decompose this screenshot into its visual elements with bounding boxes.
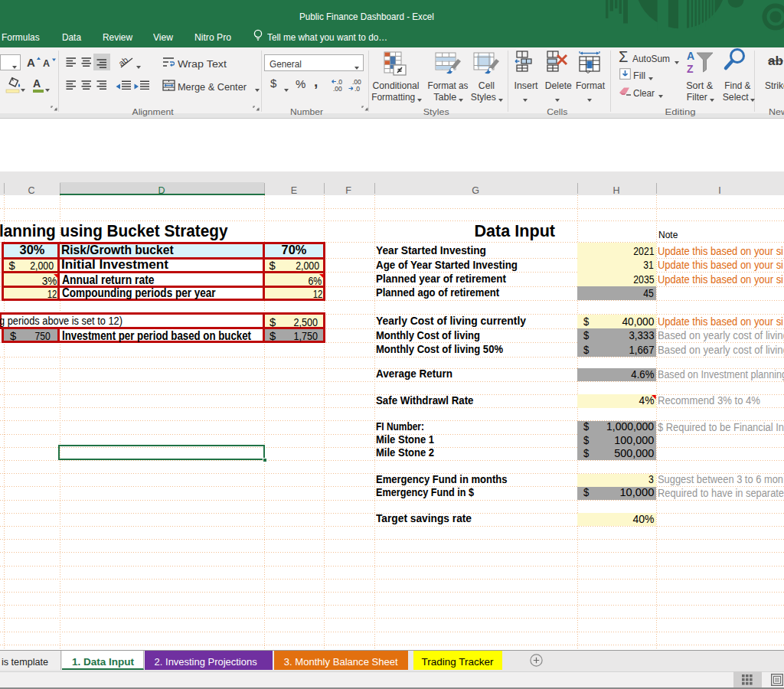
svg-text:A: A xyxy=(27,56,35,69)
svg-text:A: A xyxy=(33,77,41,90)
svg-text:Z: Z xyxy=(687,63,694,75)
svg-text:A: A xyxy=(687,50,694,62)
svg-text:A: A xyxy=(43,58,50,69)
